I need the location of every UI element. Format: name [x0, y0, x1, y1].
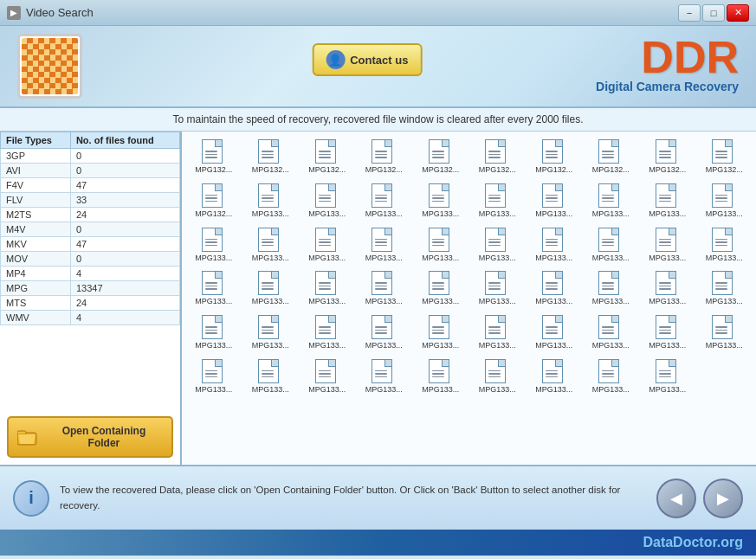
file-item[interactable]: MPG133...	[413, 224, 468, 267]
file-item[interactable]: MPG133...	[357, 312, 412, 354]
file-item[interactable]: MPG133...	[697, 312, 753, 354]
file-type-row[interactable]: 3GP0	[1, 149, 180, 164]
file-item[interactable]: MPG133...	[470, 356, 526, 398]
file-item[interactable]: MPG132...	[357, 136, 412, 178]
file-item[interactable]: MPG133...	[640, 312, 695, 354]
file-item[interactable]: MPG132...	[243, 136, 299, 178]
file-type-row[interactable]: FLV33	[1, 193, 180, 208]
file-type-count: 0	[70, 164, 179, 178]
file-item[interactable]: MPG133...	[527, 180, 582, 222]
file-item[interactable]: MPG133...	[243, 180, 299, 222]
file-item[interactable]: MPG132...	[470, 136, 526, 178]
file-item[interactable]: MPG133...	[584, 356, 639, 398]
file-item[interactable]: MPG132...	[527, 136, 582, 178]
forward-button[interactable]: ▶	[703, 479, 743, 518]
file-type-row[interactable]: MP44	[1, 267, 180, 281]
back-button[interactable]: ◀	[656, 479, 696, 518]
file-item[interactable]: MPG132...	[300, 136, 355, 178]
file-icon-body	[598, 183, 619, 208]
file-item[interactable]: MPG133...	[413, 180, 468, 222]
file-item[interactable]: MPG132...	[413, 136, 468, 178]
file-icon-lines	[488, 324, 501, 336]
file-type-row[interactable]: WMV4	[1, 311, 180, 325]
minimize-button[interactable]: −	[678, 4, 701, 22]
open-folder-button[interactable]: Open Containing Folder	[7, 416, 173, 458]
file-item[interactable]: MPG133...	[357, 356, 412, 398]
file-item[interactable]: MPG133...	[584, 180, 639, 222]
close-button[interactable]: ✕	[727, 4, 749, 22]
file-icon-lines	[205, 324, 217, 336]
file-type-count: 0	[70, 149, 179, 164]
file-item[interactable]: MPG132...	[584, 136, 639, 178]
file-type-row[interactable]: M4V0	[1, 222, 180, 237]
file-item[interactable]: MPG133...	[697, 180, 753, 222]
file-item[interactable]: MPG133...	[470, 267, 526, 310]
file-item[interactable]: MPG133...	[413, 356, 468, 398]
file-icon-lines	[319, 280, 331, 292]
file-item[interactable]: MPG133...	[527, 267, 582, 310]
file-item[interactable]: MPG133...	[300, 267, 355, 310]
file-item[interactable]: MPG133...	[300, 180, 355, 222]
file-name: MPG132...	[706, 165, 743, 175]
file-item[interactable]: MPG133...	[357, 267, 412, 310]
file-item[interactable]: MPG133...	[413, 267, 468, 310]
file-item[interactable]: MPG133...	[697, 224, 753, 267]
file-name: MPG133...	[535, 341, 572, 350]
file-item[interactable]: MPG133...	[357, 180, 412, 222]
file-item[interactable]: MPG132...	[186, 180, 242, 222]
file-item[interactable]: MPG133...	[584, 312, 639, 354]
file-item[interactable]: MPG133...	[640, 180, 695, 222]
file-type-row[interactable]: F4V47	[1, 178, 180, 193]
file-type-row[interactable]: M2TS24	[1, 208, 180, 222]
file-item[interactable]: MPG133...	[584, 267, 639, 310]
file-item[interactable]: MPG133...	[640, 267, 695, 310]
file-item[interactable]: MPG133...	[527, 356, 582, 398]
file-item[interactable]: MPG133...	[300, 312, 355, 354]
file-item[interactable]: MPG133...	[470, 224, 526, 267]
file-name: MPG133...	[649, 385, 686, 395]
file-icon-lines	[488, 280, 501, 292]
file-type-row[interactable]: AVI0	[1, 164, 180, 178]
file-item[interactable]: MPG132...	[186, 136, 242, 178]
file-item[interactable]: MPG133...	[186, 356, 242, 398]
file-name: MPG132...	[535, 165, 572, 175]
file-item[interactable]: MPG133...	[584, 224, 639, 267]
file-type-name: MP4	[1, 267, 71, 281]
file-item[interactable]: MPG133...	[357, 224, 412, 267]
file-item[interactable]: MPG133...	[640, 356, 695, 398]
file-item[interactable]: MPG133...	[186, 224, 242, 267]
file-item[interactable]: MPG133...	[186, 312, 242, 354]
file-name: MPG133...	[706, 254, 743, 263]
contact-button[interactable]: 👤 Contact us	[312, 43, 422, 76]
maximize-button[interactable]: □	[702, 4, 725, 22]
file-item[interactable]: MPG133...	[243, 312, 299, 354]
file-type-row[interactable]: MKV47	[1, 237, 180, 252]
file-item[interactable]: MPG133...	[640, 224, 695, 267]
file-item[interactable]: MPG133...	[413, 312, 468, 354]
file-item[interactable]: MPG132...	[697, 136, 753, 178]
file-item[interactable]: MPG133...	[527, 224, 582, 267]
file-type-row[interactable]: MOV0	[1, 252, 180, 267]
file-icon-lines	[319, 193, 331, 204]
file-grid-panel[interactable]: MPG132... MPG132...	[182, 132, 756, 465]
file-item[interactable]: MPG133...	[243, 356, 299, 398]
file-item[interactable]: MPG133...	[300, 224, 355, 267]
file-item[interactable]: MPG133...	[527, 312, 582, 354]
file-icon-body	[598, 271, 619, 295]
file-type-row[interactable]: MPG13347	[1, 281, 180, 296]
file-types-panel: File Types No. of files found 3GP0AVI0F4…	[0, 132, 182, 465]
file-item[interactable]: MPG132...	[640, 136, 695, 178]
info-icon: i	[13, 480, 49, 517]
file-item[interactable]: MPG133...	[697, 267, 753, 310]
file-item[interactable]: MPG133...	[243, 224, 299, 267]
file-icon-body	[542, 228, 563, 252]
file-icon-lines	[602, 369, 614, 380]
file-type-row[interactable]: MTS24	[1, 296, 180, 311]
file-icon	[598, 183, 623, 208]
file-item[interactable]: MPG133...	[243, 267, 299, 310]
file-item[interactable]: MPG133...	[186, 267, 242, 310]
file-item[interactable]: MPG133...	[470, 180, 526, 222]
file-item[interactable]: MPG133...	[470, 312, 526, 354]
file-icon	[485, 228, 509, 252]
file-item[interactable]: MPG133...	[300, 356, 355, 398]
